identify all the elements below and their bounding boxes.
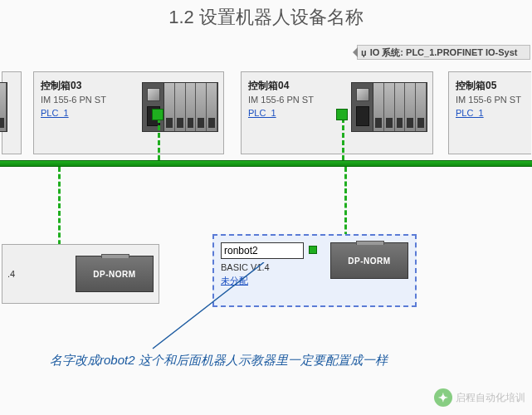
io-system-bar: џ IO 系统: PLC_1.PROFINET IO-Syst	[357, 45, 530, 60]
page-title: 1.2 设置机器人设备名称	[0, 0, 532, 42]
watermark: ✦ 启程自动化培训	[434, 388, 525, 407]
bus-drop	[342, 118, 344, 160]
dp-norm-device-left[interactable]: .4 DP-NORM	[2, 244, 159, 304]
bus-port-icon	[336, 109, 348, 120]
bus-drop	[58, 167, 61, 252]
rack-icon	[0, 82, 7, 132]
dp-norm-module-icon: DP-NORM	[76, 256, 154, 292]
watermark-text: 启程自动化培训	[456, 391, 525, 405]
device-name-input[interactable]	[221, 242, 304, 259]
bus-drop	[344, 167, 347, 244]
annotation-note: 名字改成robot2 这个和后面机器人示教器里一定要配置成一样	[50, 352, 481, 369]
dp-norm-module-icon: DP-NORM	[330, 242, 408, 279]
io-system-label: IO 系统: PLC_1.PROFINET IO-Syst	[370, 46, 518, 59]
unassigned-link[interactable]: 未分配	[221, 275, 248, 287]
panel-title: 控制箱05	[456, 79, 525, 93]
rack-icon	[351, 82, 427, 132]
panel-partial-left	[2, 71, 22, 154]
rack-icon	[142, 82, 218, 132]
pin-icon: џ	[361, 47, 367, 57]
robot-device-selected[interactable]: BASIC V1.4 未分配 DP-NORM	[212, 234, 417, 307]
dp-left-suffix: .4	[7, 269, 15, 279]
control-box-03[interactable]: 控制箱03 IM 155-6 PN ST PLC_1	[33, 71, 224, 154]
plc-link[interactable]: PLC_1	[456, 108, 484, 118]
profinet-bus	[0, 160, 532, 167]
plc-link[interactable]: PLC_1	[41, 108, 69, 118]
wechat-icon: ✦	[434, 388, 452, 407]
bus-drop	[158, 118, 160, 160]
plc-link[interactable]: PLC_1	[248, 108, 276, 118]
panel-sub: IM 155-6 PN ST	[456, 95, 525, 105]
input-valid-icon	[309, 246, 317, 254]
bus-port-icon	[152, 109, 164, 120]
device-version: BASIC V1.4	[221, 262, 324, 272]
control-box-05[interactable]: 控制箱05 IM 155-6 PN ST PLC_1	[448, 71, 531, 154]
